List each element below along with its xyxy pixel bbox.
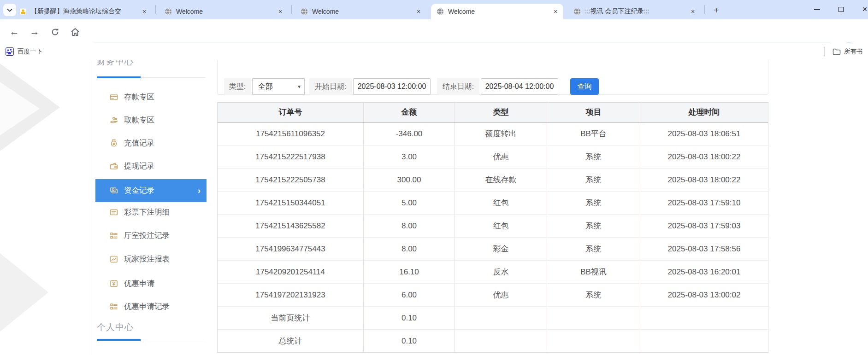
ticket-list-icon bbox=[110, 208, 118, 216]
globe-favicon bbox=[573, 8, 581, 15]
sidebar-item-deposit-zone[interactable]: 存款专区 bbox=[95, 86, 207, 109]
order-cell: 1754215611096352 bbox=[218, 122, 363, 145]
sidebar-separator bbox=[91, 60, 91, 355]
home-icon bbox=[71, 28, 80, 36]
forward-button[interactable]: → bbox=[26, 23, 43, 41]
tab-title: Welcome bbox=[176, 8, 272, 15]
funds-records-table: 订单号 金额 类型 项目 处理时间 1754215611096352 -346.… bbox=[217, 102, 768, 353]
withdraw-hand-icon bbox=[110, 116, 118, 124]
home-button[interactable] bbox=[66, 23, 84, 41]
wallet-icon bbox=[110, 162, 118, 170]
amount-cell: 3.00 bbox=[363, 145, 455, 168]
banknotes-icon bbox=[110, 186, 118, 195]
amount-cell: 6.00 bbox=[363, 284, 455, 306]
type-cell: 额度转出 bbox=[455, 122, 547, 145]
sidebar: 财务中心 存款专区 取款专区 充值记录 提现记录 资金记录 bbox=[95, 60, 207, 355]
table-row: 1754215222517938 3.00 优惠 系统 2025-08-03 1… bbox=[218, 145, 768, 169]
sidebar-item-room-bet-records[interactable]: 厅室投注记录 bbox=[95, 224, 207, 247]
search-button[interactable]: 查询 bbox=[570, 78, 599, 95]
browser-tab-forum[interactable]: 【新提醒】海燕策略论坛综合交 × bbox=[14, 4, 152, 19]
moneybag-icon bbox=[110, 139, 118, 147]
tab-divider bbox=[291, 5, 292, 14]
filter-row: 类型: 全部 ▾ 开始日期: 结束日期: 查询 bbox=[224, 78, 599, 95]
order-cell: 1754215222505738 bbox=[218, 169, 363, 191]
time-cell: 2025-08-03 18:06:51 bbox=[640, 122, 768, 145]
bookmark-baidu[interactable]: 百度一下 bbox=[6, 43, 42, 60]
project-cell: BB平台 bbox=[547, 122, 640, 145]
type-select[interactable]: 全部 ▾ bbox=[252, 78, 305, 95]
start-date-label: 开始日期: bbox=[309, 78, 352, 95]
section-underline bbox=[97, 339, 141, 341]
chevron-right-icon: › bbox=[198, 186, 201, 196]
order-cell: 1754197202131923 bbox=[218, 284, 363, 306]
tab-divider bbox=[704, 5, 705, 14]
deposit-card-icon bbox=[110, 93, 118, 101]
order-cell: 1754215143625582 bbox=[218, 215, 363, 237]
time-cell: 2025-08-03 13:00:02 bbox=[640, 284, 768, 306]
back-button[interactable]: ← bbox=[6, 23, 23, 41]
summary-row-total: 总统计 0.10 bbox=[218, 330, 768, 352]
sidebar-item-withdrawal-records[interactable]: 提现记录 bbox=[95, 155, 207, 178]
time-cell: 2025-08-03 17:59:03 bbox=[640, 215, 768, 237]
type-cell: 在线存款 bbox=[455, 169, 547, 191]
amount-cell: -346.00 bbox=[363, 122, 455, 145]
sidebar-item-promo-apply-records[interactable]: 优惠申请记录 bbox=[95, 295, 207, 318]
empty-cell bbox=[455, 307, 547, 329]
sidebar-item-player-bet-report[interactable]: 玩家投注报表 bbox=[95, 248, 207, 271]
coupon-icon bbox=[110, 279, 118, 288]
tab-close-icon[interactable]: × bbox=[689, 7, 697, 16]
sidebar-item-withdraw-zone[interactable]: 取款专区 bbox=[95, 109, 207, 132]
decorative-shape bbox=[0, 253, 48, 332]
time-cell: 2025-08-03 17:59:10 bbox=[640, 192, 768, 214]
browser-toolbar: ← → js13.cc/hhcp/usercenter.html?iniType… bbox=[0, 19, 868, 43]
time-cell: 2025-08-03 16:20:01 bbox=[640, 261, 768, 283]
reload-icon bbox=[51, 28, 59, 36]
window-close-button[interactable]: × bbox=[854, 0, 868, 18]
new-tab-button[interactable]: + bbox=[710, 4, 723, 17]
tab-close-icon[interactable]: × bbox=[414, 7, 423, 16]
table-row: 1754199634775443 8.00 彩金 系统 2025-08-03 1… bbox=[218, 238, 768, 261]
tab-title: Welcome bbox=[448, 8, 548, 15]
order-cell: 1754215150344051 bbox=[218, 192, 363, 214]
type-filter-label: 类型: bbox=[224, 78, 251, 95]
sidebar-section-finance-title: 财务中心 bbox=[97, 60, 134, 68]
end-date-input[interactable] bbox=[481, 78, 558, 95]
window-restore-button[interactable] bbox=[830, 0, 851, 18]
order-cell: 1754199634775443 bbox=[218, 238, 363, 260]
time-cell: 2025-08-03 18:00:22 bbox=[640, 145, 768, 168]
summary-row-current-page: 当前页统计 0.10 bbox=[218, 307, 768, 330]
type-cell: 红包 bbox=[455, 215, 547, 237]
browser-window: 【新提醒】海燕策略论坛综合交 × Welcome × Welcome × Wel… bbox=[0, 0, 868, 355]
browser-tab-video-records[interactable]: :::视讯 会员下注纪录::: × bbox=[568, 4, 701, 19]
tab-title: Welcome bbox=[312, 8, 411, 15]
summary-label: 总统计 bbox=[218, 330, 363, 352]
folder-icon bbox=[833, 48, 841, 55]
browser-tab-welcome-active[interactable]: Welcome × bbox=[431, 4, 563, 19]
empty-cell bbox=[640, 307, 768, 329]
empty-cell bbox=[547, 307, 640, 329]
summary-amount: 0.10 bbox=[363, 307, 455, 329]
time-cell: 2025-08-03 17:58:56 bbox=[640, 238, 768, 260]
report-chart-icon bbox=[110, 255, 118, 263]
sidebar-item-funds-records[interactable]: 资金记录 › bbox=[95, 179, 207, 202]
sidebar-item-lottery-bet-details[interactable]: 彩票下注明细 bbox=[95, 201, 207, 224]
amount-cell: 8.00 bbox=[363, 215, 455, 237]
start-date-input[interactable] bbox=[353, 78, 431, 95]
column-header-order: 订单号 bbox=[218, 103, 363, 122]
table-row: 1754215611096352 -346.00 额度转出 BB平台 2025-… bbox=[218, 122, 768, 145]
forum-favicon bbox=[19, 8, 27, 15]
project-cell: 系统 bbox=[547, 215, 640, 237]
project-cell: 系统 bbox=[547, 238, 640, 260]
tab-close-icon[interactable]: × bbox=[276, 7, 284, 16]
sidebar-item-promo-apply[interactable]: 优惠申请 bbox=[95, 272, 207, 295]
browser-tab-welcome-1[interactable]: Welcome × bbox=[159, 4, 288, 19]
sidebar-item-recharge-records[interactable]: 充值记录 bbox=[95, 132, 207, 155]
tab-title: 【新提醒】海燕策略论坛综合交 bbox=[31, 7, 136, 16]
reload-button[interactable] bbox=[46, 23, 64, 41]
tab-close-icon[interactable]: × bbox=[140, 7, 148, 16]
all-bookmarks-button[interactable]: 所有书 bbox=[833, 43, 863, 60]
browser-tab-welcome-2[interactable]: Welcome × bbox=[295, 4, 426, 19]
amount-cell: 300.00 bbox=[363, 169, 455, 191]
tab-close-icon[interactable]: × bbox=[551, 7, 560, 16]
window-minimize-button[interactable] bbox=[806, 0, 827, 18]
